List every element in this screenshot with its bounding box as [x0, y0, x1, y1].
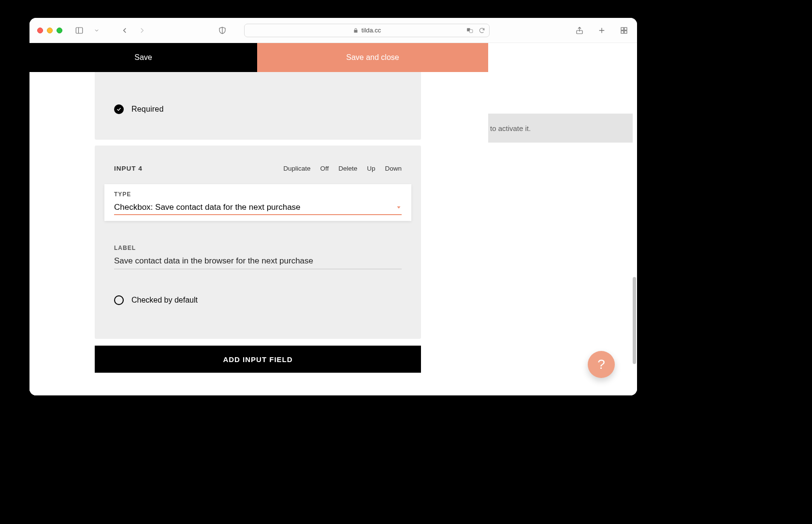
input-4-header: INPUT 4 Duplicate Off Delete Up Down — [114, 165, 402, 172]
address-bar[interactable]: tilda.cc — [244, 24, 490, 37]
label-label: LABEL — [114, 245, 402, 251]
off-action[interactable]: Off — [320, 165, 329, 172]
type-value: Checkbox: Save contact data for the next… — [114, 203, 301, 212]
save-and-close-label: Save and close — [346, 53, 399, 62]
radio-empty-icon — [114, 295, 124, 305]
browser-toolbar: tilda.cc — [29, 18, 637, 43]
svg-rect-11 — [624, 30, 627, 33]
panel-column: Required INPUT 4 Duplicate Off Delete — [95, 72, 421, 395]
svg-rect-10 — [621, 30, 624, 33]
down-action[interactable]: Down — [385, 165, 402, 172]
svg-rect-8 — [621, 28, 624, 30]
input-4-title: INPUT 4 — [114, 165, 283, 172]
chrome-right-controls — [574, 25, 629, 36]
reload-icon[interactable] — [478, 27, 485, 34]
minimize-window-button[interactable] — [47, 28, 53, 33]
caret-down-icon — [396, 204, 402, 210]
up-action[interactable]: Up — [367, 165, 375, 172]
sidebar-toggle-icon[interactable] — [74, 25, 85, 36]
editor-header: Save Save and close — [29, 43, 488, 72]
svg-rect-9 — [624, 28, 627, 30]
svg-marker-12 — [397, 206, 401, 209]
tabs-overview-icon[interactable] — [619, 25, 629, 36]
input-4-card: INPUT 4 Duplicate Off Delete Up Down — [95, 146, 421, 339]
input-3-card-partial: Required — [95, 72, 421, 140]
required-label: Required — [131, 105, 164, 114]
scrollbar-thumb[interactable] — [633, 277, 636, 364]
editor-separator — [431, 72, 431, 395]
forward-button — [137, 25, 147, 36]
window-controls — [37, 28, 62, 33]
right-hint-row: to activate it. — [488, 114, 633, 143]
new-tab-icon[interactable] — [596, 25, 607, 36]
duplicate-action[interactable]: Duplicate — [283, 165, 310, 172]
input-4-actions: Duplicate Off Delete Up Down — [283, 165, 402, 172]
required-toggle-row[interactable]: Required — [114, 104, 164, 114]
address-text: tilda.cc — [362, 27, 381, 34]
editor-panel: Save Save and close — [29, 43, 488, 395]
delete-action[interactable]: Delete — [338, 165, 357, 172]
right-panel: to activate it. — [488, 43, 637, 395]
type-label: TYPE — [114, 191, 402, 198]
checked-by-default-row[interactable]: Checked by default — [114, 295, 198, 305]
right-hint-text: to activate it. — [490, 124, 531, 132]
fullscreen-window-button[interactable] — [57, 28, 62, 33]
share-icon[interactable] — [574, 25, 585, 36]
svg-rect-4 — [469, 29, 472, 32]
stage: tilda.cc — [0, 0, 812, 524]
viewport: to activate it. Save Save and close — [29, 43, 637, 395]
shield-icon[interactable] — [217, 25, 228, 36]
add-input-field-label: ADD INPUT FIELD — [223, 355, 292, 364]
back-button[interactable] — [119, 25, 130, 36]
help-icon: ? — [597, 357, 605, 372]
label-input[interactable] — [114, 251, 402, 269]
close-window-button[interactable] — [37, 28, 43, 33]
help-button[interactable]: ? — [588, 351, 615, 378]
browser-window: tilda.cc — [29, 18, 637, 395]
type-select[interactable]: Checkbox: Save contact data for the next… — [114, 203, 402, 215]
add-input-field-button[interactable]: ADD INPUT FIELD — [95, 346, 421, 373]
save-button[interactable]: Save — [29, 43, 257, 72]
label-block: LABEL — [114, 245, 402, 269]
type-block: TYPE Checkbox: Save contact data for the… — [104, 184, 411, 221]
svg-rect-0 — [76, 28, 83, 33]
save-and-close-button[interactable]: Save and close — [257, 43, 488, 72]
editor-body: Required INPUT 4 Duplicate Off Delete — [29, 72, 488, 395]
lock-icon — [353, 28, 359, 33]
save-button-label: Save — [134, 53, 152, 62]
check-circle-icon — [114, 104, 124, 114]
translate-icon[interactable] — [466, 27, 474, 34]
checked-by-default-label: Checked by default — [131, 296, 198, 305]
chevron-down-icon[interactable] — [91, 25, 102, 36]
